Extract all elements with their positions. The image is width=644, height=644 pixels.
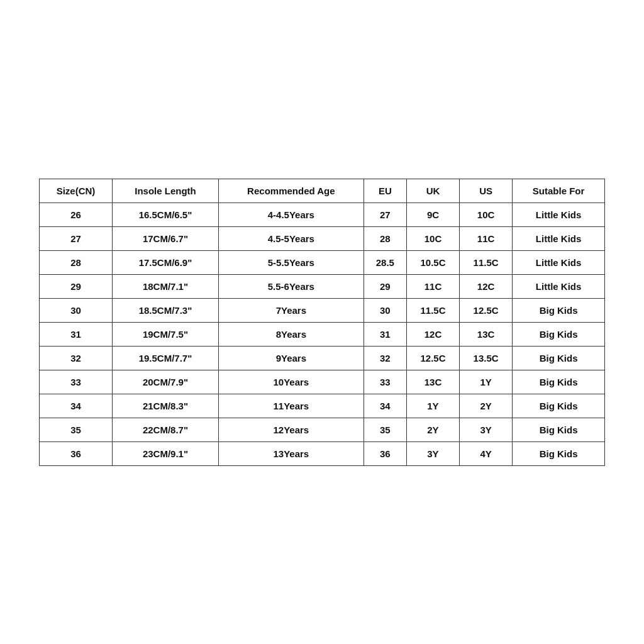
table-cell: 2Y — [460, 394, 513, 418]
table-cell: 1Y — [406, 394, 459, 418]
table-cell: 5.5-6Years — [218, 274, 364, 298]
table-cell: 28 — [364, 226, 406, 250]
table-cell: 9Years — [218, 346, 364, 370]
table-cell: 8Years — [218, 322, 364, 346]
table-cell: 12.5C — [406, 346, 459, 370]
column-header: US — [460, 179, 513, 203]
table-cell: 27 — [364, 203, 406, 226]
table-cell: 17.5CM/6.9" — [113, 250, 219, 274]
table-cell: 22CM/8.7" — [113, 418, 219, 441]
column-header: Recommended Age — [218, 179, 364, 203]
table-cell: 1Y — [460, 370, 513, 394]
table-cell: Big Kids — [513, 441, 605, 465]
table-cell: 11C — [406, 274, 459, 298]
table-header-row: Size(CN)Insole LengthRecommended AgeEUUK… — [40, 179, 605, 203]
table-row: 3018.5CM/7.3"7Years3011.5C12.5CBig Kids — [40, 298, 605, 322]
table-row: 3320CM/7.9"10Years3313C1YBig Kids — [40, 370, 605, 394]
table-cell: 13Years — [218, 441, 364, 465]
column-header: Size(CN) — [40, 179, 113, 203]
table-cell: 30 — [364, 298, 406, 322]
table-cell: 10.5C — [406, 250, 459, 274]
table-cell: 9C — [406, 203, 459, 226]
table-cell: 3Y — [406, 441, 459, 465]
table-cell: 12Years — [218, 418, 364, 441]
table-cell: 33 — [40, 370, 113, 394]
table-cell: 36 — [364, 441, 406, 465]
table-cell: 17CM/6.7" — [113, 226, 219, 250]
table-cell: 13.5C — [460, 346, 513, 370]
table-cell: 12C — [406, 322, 459, 346]
table-cell: Little Kids — [513, 274, 605, 298]
column-header: EU — [364, 179, 406, 203]
table-cell: 5-5.5Years — [218, 250, 364, 274]
table-row: 2616.5CM/6.5"4-4.5Years279C10CLittle Kid… — [40, 203, 605, 226]
table-cell: 26 — [40, 203, 113, 226]
table-cell: 12C — [460, 274, 513, 298]
table-cell: 30 — [40, 298, 113, 322]
size-chart-table: Size(CN)Insole LengthRecommended AgeEUUK… — [39, 179, 605, 466]
table-row: 3522CM/8.7"12Years352Y3YBig Kids — [40, 418, 605, 441]
table-cell: 35 — [364, 418, 406, 441]
table-cell: 23CM/9.1" — [113, 441, 219, 465]
table-cell: Big Kids — [513, 322, 605, 346]
table-cell: 31 — [40, 322, 113, 346]
table-row: 2717CM/6.7"4.5-5Years2810C11CLittle Kids — [40, 226, 605, 250]
size-chart-wrapper: Size(CN)Insole LengthRecommended AgeEUUK… — [39, 179, 605, 466]
table-cell: 11.5C — [406, 298, 459, 322]
table-cell: 20CM/7.9" — [113, 370, 219, 394]
table-cell: Big Kids — [513, 298, 605, 322]
table-cell: 7Years — [218, 298, 364, 322]
table-cell: 34 — [364, 394, 406, 418]
table-cell: 4Y — [460, 441, 513, 465]
table-row: 2918CM/7.1"5.5-6Years2911C12CLittle Kids — [40, 274, 605, 298]
table-cell: Little Kids — [513, 250, 605, 274]
table-cell: 28.5 — [364, 250, 406, 274]
table-cell: Little Kids — [513, 203, 605, 226]
table-cell: 29 — [364, 274, 406, 298]
column-header: UK — [406, 179, 459, 203]
table-cell: 33 — [364, 370, 406, 394]
table-cell: 11Years — [218, 394, 364, 418]
table-cell: 18CM/7.1" — [113, 274, 219, 298]
table-cell: 10C — [460, 203, 513, 226]
table-cell: 18.5CM/7.3" — [113, 298, 219, 322]
table-cell: 4-4.5Years — [218, 203, 364, 226]
table-cell: 16.5CM/6.5" — [113, 203, 219, 226]
table-row: 3219.5CM/7.7"9Years3212.5C13.5CBig Kids — [40, 346, 605, 370]
table-cell: Big Kids — [513, 418, 605, 441]
table-cell: 11C — [460, 226, 513, 250]
column-header: Sutable For — [513, 179, 605, 203]
table-cell: Little Kids — [513, 226, 605, 250]
table-cell: 12.5C — [460, 298, 513, 322]
table-row: 3421CM/8.3"11Years341Y2YBig Kids — [40, 394, 605, 418]
table-cell: 21CM/8.3" — [113, 394, 219, 418]
table-cell: 27 — [40, 226, 113, 250]
table-cell: 10C — [406, 226, 459, 250]
table-cell: 3Y — [460, 418, 513, 441]
table-cell: 31 — [364, 322, 406, 346]
table-cell: 28 — [40, 250, 113, 274]
table-cell: 19.5CM/7.7" — [113, 346, 219, 370]
table-cell: Big Kids — [513, 370, 605, 394]
table-cell: 32 — [364, 346, 406, 370]
table-cell: 35 — [40, 418, 113, 441]
table-row: 3119CM/7.5"8Years3112C13CBig Kids — [40, 322, 605, 346]
table-cell: 10Years — [218, 370, 364, 394]
table-cell: 13C — [460, 322, 513, 346]
table-row: 3623CM/9.1"13Years363Y4YBig Kids — [40, 441, 605, 465]
table-cell: Big Kids — [513, 346, 605, 370]
table-cell: 32 — [40, 346, 113, 370]
table-cell: 29 — [40, 274, 113, 298]
column-header: Insole Length — [113, 179, 219, 203]
table-cell: 19CM/7.5" — [113, 322, 219, 346]
table-cell: 4.5-5Years — [218, 226, 364, 250]
table-cell: 2Y — [406, 418, 459, 441]
table-cell: 36 — [40, 441, 113, 465]
table-cell: 13C — [406, 370, 459, 394]
table-cell: 11.5C — [460, 250, 513, 274]
table-row: 2817.5CM/6.9"5-5.5Years28.510.5C11.5CLit… — [40, 250, 605, 274]
table-cell: 34 — [40, 394, 113, 418]
table-cell: Big Kids — [513, 394, 605, 418]
